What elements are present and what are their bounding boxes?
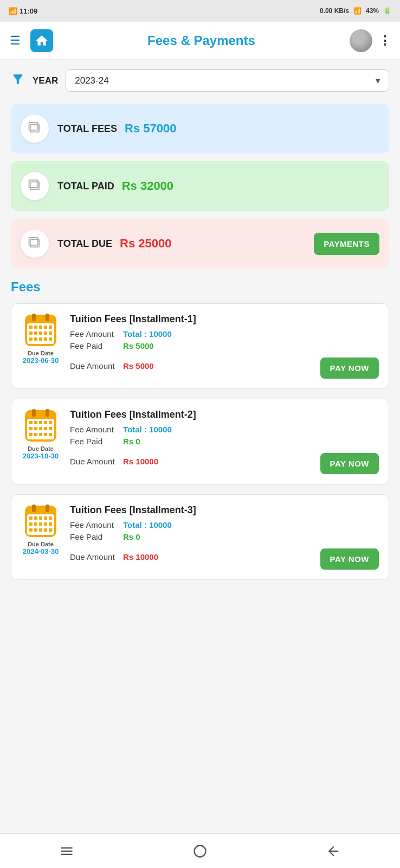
fee-amount-label-3: Fee Amount [70,520,119,529]
total-due-value: Rs 25000 [120,237,171,251]
installment-card-3: Due Date 2024-03-30 Tuition Fees [Instal… [11,494,389,580]
paid-icon [27,177,42,195]
fee-amount-val-2: Total : 10000 [123,425,172,434]
total-fees-icon-wrap [21,114,49,143]
calendar-icon-1 [25,315,56,346]
total-paid-card: TOTAL PAID Rs 32000 [11,161,389,211]
due-amount-val-3: Rs 10000 [123,552,158,561]
cal-peg-left [32,505,36,512]
due-amount-row-1: Due Amount Rs 5000 PAY NOW [70,353,379,379]
total-fees-label: TOTAL FEES [57,123,117,135]
bottom-nav-home[interactable] [133,834,267,868]
total-due-label: TOTAL DUE [57,238,112,250]
installment-card-2: Due Date 2023-10-30 Tuition Fees [Instal… [11,399,389,484]
fee-amount-row-3: Fee Amount Total : 10000 [70,520,379,529]
wifi-icon: 📶 [353,7,362,15]
payments-button[interactable]: PAYMENTS [314,233,379,255]
total-fees-card: TOTAL FEES Rs 57000 [11,104,389,154]
battery-icon: 🔋 [383,7,391,15]
due-date-val-3: 2024-03-30 [23,547,59,556]
fee-paid-row-1: Fee Paid Rs 5000 [70,341,379,350]
due-amount-inline-3: Due Amount Rs 10000 [70,552,158,561]
year-filter: YEAR 2022-23 2023-24 2024-25 ▼ [11,69,389,92]
main-content: YEAR 2022-23 2023-24 2024-25 ▼ TOTAL FEE… [0,60,400,599]
fee-amount-row-1: Fee Amount Total : 10000 [70,329,379,339]
total-paid-body: TOTAL PAID Rs 32000 [57,179,379,193]
install-left-2: Due Date 2023-10-30 [19,409,62,460]
status-time: 11:09 [20,7,37,15]
cal-grid-1 [27,323,54,344]
due-amount-label-1: Due Amount [70,361,119,371]
fees-section-title: Fees [11,279,389,295]
fee-amount-label-1: Fee Amount [70,329,119,339]
network-speed: 0.00 KB/s [320,7,349,15]
page-title: Fees & Payments [53,33,350,48]
fee-paid-label-2: Fee Paid [70,437,119,446]
install-title-2: Tuition Fees [Installment-2] [70,409,379,420]
total-fees-value: Rs 57000 [125,122,176,136]
bottom-nav-menu[interactable] [0,834,133,868]
bottom-nav-back[interactable] [267,834,400,868]
total-paid-label: TOTAL PAID [57,181,114,192]
total-paid-value: Rs 32000 [122,179,173,193]
cal-peg-right [46,409,49,417]
pay-now-button-2[interactable]: PAY NOW [320,453,379,474]
fee-paid-row-3: Fee Paid Rs 0 [70,532,379,541]
fee-amount-label-2: Fee Amount [70,425,119,434]
install-left-3: Due Date 2024-03-30 [19,505,62,556]
fee-amount-val-3: Total : 10000 [123,520,172,529]
header: ☰ Fees & Payments ⋮ [0,22,400,60]
install-title-3: Tuition Fees [Installment-3] [70,505,379,516]
cal-peg-left [32,314,36,321]
total-paid-icon-wrap [21,172,49,200]
installment-card-1: Due Date 2023-06-30 Tuition Fees [Instal… [11,303,389,389]
due-amount-val-2: Rs 10000 [123,457,158,466]
fee-paid-label-3: Fee Paid [70,532,119,541]
due-icon [27,234,42,253]
cal-grid-3 [27,514,54,535]
total-due-card: TOTAL DUE Rs 25000 PAYMENTS [11,219,389,269]
pay-now-button-3[interactable]: PAY NOW [320,548,379,570]
install-right-3: Tuition Fees [Installment-3] Fee Amount … [70,505,379,570]
battery-level: 43% [366,7,379,15]
due-amount-label-2: Due Amount [70,457,119,466]
fees-icon [27,119,42,138]
year-select[interactable]: 2022-23 2023-24 2024-25 [66,69,389,92]
calendar-icon-wrap-3 [24,505,57,538]
calendar-icon-wrap-1 [24,314,57,347]
due-amount-row-2: Due Amount Rs 10000 PAY NOW [70,449,379,474]
calendar-icon-wrap-2 [24,409,57,443]
avatar[interactable] [350,29,372,52]
home-button[interactable] [30,29,53,52]
due-amount-val-1: Rs 5000 [123,361,154,371]
cal-top [27,413,54,419]
more-options-icon[interactable]: ⋮ [379,34,390,48]
total-due-body: TOTAL DUE Rs 25000 [57,237,305,251]
fee-paid-val-3: Rs 0 [123,532,140,541]
year-select-wrap: 2022-23 2023-24 2024-25 ▼ [66,69,389,92]
due-date-val-1: 2023-06-30 [23,356,59,365]
due-date-val-2: 2023-10-30 [23,452,59,460]
svg-point-6 [195,845,206,857]
due-date-label-2: Due Date [28,445,54,452]
avatar-image [350,29,372,52]
year-label: YEAR [33,75,58,86]
installments-list: Due Date 2023-06-30 Tuition Fees [Instal… [11,303,389,580]
install-right-2: Tuition Fees [Installment-2] Fee Amount … [70,409,379,474]
fee-paid-label-1: Fee Paid [70,341,119,350]
fee-amount-val-1: Total : 10000 [123,329,172,339]
fee-paid-val-1: Rs 5000 [123,341,154,350]
hamburger-icon[interactable]: ☰ [10,34,21,48]
header-left: ☰ [10,29,53,52]
status-right: 0.00 KB/s 📶 43% 🔋 [320,7,391,15]
install-title-1: Tuition Fees [Installment-1] [70,314,379,325]
cal-peg-right [46,314,49,321]
pay-now-button-1[interactable]: PAY NOW [320,358,379,379]
signal-icon: 📶 [9,7,17,15]
cal-top [27,318,54,323]
fee-amount-row-2: Fee Amount Total : 10000 [70,425,379,434]
due-date-label-1: Due Date [28,350,54,356]
calendar-icon-3 [25,506,56,537]
fee-paid-val-2: Rs 0 [123,437,140,446]
header-right: ⋮ [350,29,390,52]
